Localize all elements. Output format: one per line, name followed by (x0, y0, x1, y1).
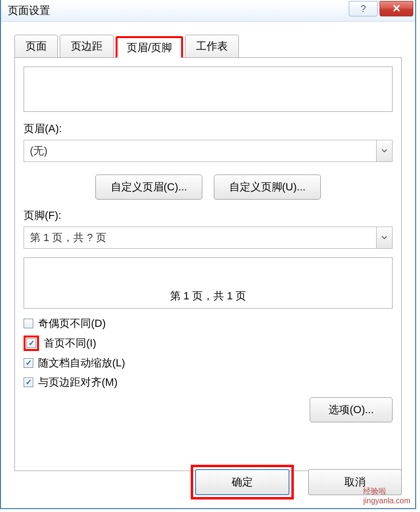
header-preview (24, 67, 393, 112)
dialog-body: 页面 页边距 页眉/页脚 工作表 页眉(A): (无) 自定义页眉(C)... … (1, 22, 415, 471)
custom-footer-button[interactable]: 自定义页脚(U)... (214, 175, 321, 200)
footer-combo-dropdown[interactable] (376, 227, 392, 248)
titlebar[interactable]: 页面设置 ? ✕ (1, 0, 415, 22)
close-button[interactable]: ✕ (380, 1, 413, 16)
custom-buttons-row: 自定义页眉(C)... 自定义页脚(U)... (24, 175, 393, 200)
custom-header-button[interactable]: 自定义页眉(C)... (95, 175, 202, 200)
check-align-margins[interactable] (24, 377, 33, 387)
tab-margins[interactable]: 页边距 (60, 35, 114, 58)
tab-sheet[interactable]: 工作表 (185, 35, 239, 58)
window-controls: ? ✕ (349, 0, 415, 19)
options-row: 选项(O)... (24, 397, 393, 422)
check-scale-label: 随文档自动缩放(L) (38, 356, 125, 370)
ok-highlight: 确定 (191, 465, 294, 499)
footer-label: 页脚(F): (24, 208, 393, 223)
cancel-button[interactable]: 取消 (308, 469, 402, 495)
check-first-page-label: 首页不同(I) (44, 336, 96, 350)
page-setup-dialog: 页面设置 ? ✕ 页面 页边距 页眉/页脚 工作表 页眉(A): (无) (0, 0, 416, 509)
footer-preview-text: 第 1 页，共 1 页 (170, 289, 247, 303)
check-align-row: 与页边距对齐(M) (24, 375, 393, 390)
dialog-title: 页面设置 (1, 3, 50, 18)
header-combo[interactable]: (无) (24, 140, 393, 162)
footer-combo[interactable]: 第 1 页，共 ? 页 (24, 227, 393, 249)
header-combo-value: (无) (24, 144, 48, 158)
chevron-down-icon (381, 236, 387, 240)
check-odd-even-row: 奇偶页不同(D) (24, 316, 393, 331)
tab-page[interactable]: 页面 (14, 35, 58, 58)
check-scale-row: 随文档自动缩放(L) (24, 356, 393, 370)
help-icon: ? (360, 3, 366, 14)
footer-combo-value: 第 1 页，共 ? 页 (24, 230, 106, 245)
check-scale-with-doc[interactable] (24, 358, 33, 368)
check-first-page-row: 首页不同(I) (24, 336, 393, 351)
header-label: 页眉(A): (24, 121, 393, 136)
help-button[interactable]: ? (349, 1, 378, 16)
ok-button[interactable]: 确定 (195, 469, 289, 495)
check-odd-even-label: 奇偶页不同(D) (38, 316, 106, 331)
tab-panel: 页眉(A): (无) 自定义页眉(C)... 自定义页脚(U)... 页脚(F)… (14, 57, 402, 471)
tab-strip: 页面 页边距 页眉/页脚 工作表 (14, 35, 402, 57)
checkbox-list: 奇偶页不同(D) 首页不同(I) 随文档自动缩放(L) 与页边距对齐(M) (24, 316, 393, 390)
check-align-label: 与页边距对齐(M) (38, 375, 118, 390)
dialog-buttons: 确定 取消 (191, 465, 402, 499)
check-odd-even[interactable] (24, 319, 33, 328)
options-button[interactable]: 选项(O)... (310, 397, 393, 422)
close-icon: ✕ (392, 2, 401, 15)
chevron-down-icon (381, 149, 387, 153)
highlight-box (24, 336, 39, 351)
check-first-page[interactable] (26, 338, 36, 348)
tab-header-footer[interactable]: 页眉/页脚 (116, 36, 183, 58)
header-combo-dropdown[interactable] (376, 140, 392, 162)
footer-preview: 第 1 页，共 1 页 (24, 257, 393, 309)
